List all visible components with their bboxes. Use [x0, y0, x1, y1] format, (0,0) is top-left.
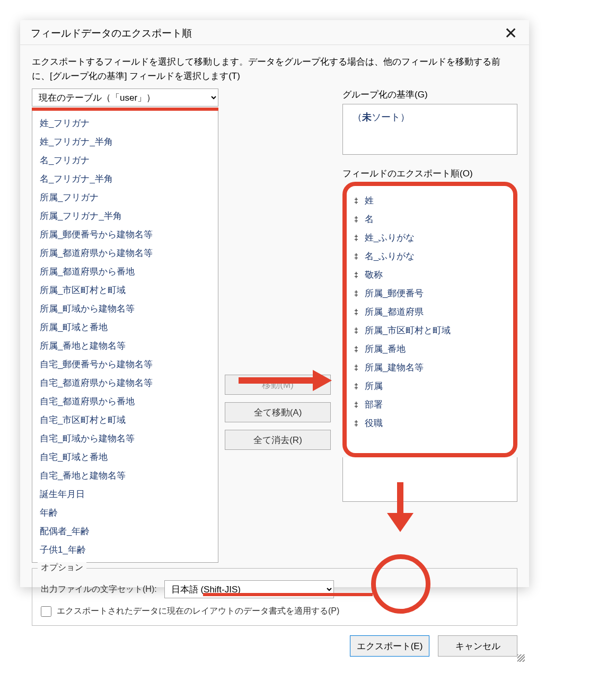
drag-handle-icon[interactable]: ‡ — [354, 289, 358, 298]
apply-format-checkbox[interactable] — [41, 606, 51, 617]
available-field-item[interactable]: 所属_都道府県から建物名等 — [33, 244, 217, 262]
export-order-tail — [342, 457, 517, 502]
charset-label: 出力ファイルの文字セット(H): — [41, 584, 157, 595]
right-column: グループ化の基準(G) （未ソート） フィールドのエクスポート順(O) ‡姓‡名… — [337, 88, 517, 563]
available-field-item[interactable]: 配偶者_年齢 — [33, 522, 217, 541]
export-order-item[interactable]: ‡所属_建物名等 — [351, 358, 509, 377]
export-order-item[interactable]: ‡名 — [351, 210, 509, 228]
drag-handle-icon[interactable]: ‡ — [354, 252, 358, 261]
export-order-item[interactable]: ‡姓_ふりがな — [351, 228, 509, 247]
export-order-item-label: 所属_郵便番号 — [365, 287, 424, 299]
export-order-item-label: 所属 — [365, 380, 383, 392]
available-field-item[interactable]: 自宅_町域と番地 — [33, 448, 217, 466]
export-order-item[interactable]: ‡役職 — [351, 414, 509, 432]
available-field-item[interactable]: 姓_フリガナ_半角 — [33, 132, 217, 151]
export-order-item-label: 姓 — [365, 194, 374, 207]
available-field-item[interactable]: 所属_町域と番地 — [33, 318, 217, 336]
available-field-item[interactable]: 所属_市区町村と町域 — [33, 281, 217, 299]
titlebar: フィールドデータのエクスポート順 ✕ — [20, 20, 529, 45]
available-field-item[interactable]: 名_フリガナ_半角 — [33, 170, 217, 188]
export-order-list: ‡姓‡名‡姓_ふりがな‡名_ふりがな‡敬称‡所属_郵便番号‡所属_都道府県‡所属… — [351, 191, 509, 432]
export-order-item-label: 敬称 — [365, 269, 383, 281]
options-legend: オプション — [38, 562, 86, 573]
export-order-item[interactable]: ‡所属_郵便番号 — [351, 284, 509, 303]
export-order-item-label: 所属_都道府県 — [365, 306, 424, 318]
export-order-item-label: 所属_建物名等 — [365, 361, 424, 374]
apply-format-label: エクスポートされたデータに現在のレイアウトのデータ書式を適用する(P) — [57, 606, 339, 617]
available-field-item[interactable]: 所属_フリガナ_半角 — [33, 207, 217, 225]
export-order-item-label: 名 — [365, 213, 374, 225]
close-button[interactable]: ✕ — [500, 25, 522, 41]
unsort-bold: 未 — [362, 112, 372, 122]
resize-grip[interactable] — [517, 654, 525, 662]
export-order-item-label: 所属_市区町村と町域 — [365, 324, 451, 336]
available-field-item[interactable]: 年齢 — [33, 503, 217, 522]
dialog-body: 現在のテーブル（「user」） 姓_フリガナ姓_フリガナ_半角名_フリガナ名_フ… — [20, 88, 529, 563]
export-order-item-label: 名_ふりがな — [365, 250, 415, 262]
export-order-item-label: 所属_番地 — [365, 343, 406, 355]
left-column: 現在のテーブル（「user」） 姓_フリガナ姓_フリガナ_半角名_フリガナ名_フ… — [32, 88, 218, 563]
available-field-item[interactable]: 所属_番地と建物名等 — [33, 336, 217, 355]
drag-handle-icon[interactable]: ‡ — [354, 234, 358, 242]
available-field-item[interactable]: 姓_フリガナ — [33, 114, 217, 132]
clear-all-button[interactable]: 全て消去(R) — [225, 430, 331, 450]
available-field-item[interactable]: 所属_郵便番号から建物名等 — [33, 225, 217, 244]
drag-handle-icon[interactable]: ‡ — [354, 215, 358, 224]
export-order-item-label: 姓_ふりがな — [365, 232, 415, 244]
annotation-underline-charset — [203, 593, 373, 596]
export-order-item-label: 役職 — [365, 417, 383, 429]
export-order-item-label: 部署 — [365, 398, 383, 411]
drag-handle-icon[interactable]: ‡ — [354, 364, 358, 372]
export-order-item[interactable]: ‡敬称 — [351, 265, 509, 284]
export-order-box[interactable]: ‡姓‡名‡姓_ふりがな‡名_ふりがな‡敬称‡所属_郵便番号‡所属_都道府県‡所属… — [342, 182, 517, 457]
move-button[interactable]: 移動(M) — [225, 375, 331, 395]
cancel-button[interactable]: キャンセル — [438, 635, 517, 657]
group-by-value: （未ソート） — [353, 112, 410, 122]
available-field-item[interactable]: 自宅_番地と建物名等 — [33, 466, 217, 485]
dialog-footer: エクスポート(E) キャンセル — [20, 626, 529, 666]
export-order-item[interactable]: ‡所属_市区町村と町域 — [351, 321, 509, 340]
export-order-item[interactable]: ‡姓 — [351, 191, 509, 210]
available-field-item[interactable]: 所属_町域から建物名等 — [33, 299, 217, 318]
drag-handle-icon[interactable]: ‡ — [354, 326, 358, 335]
dialog-description: エクスポートするフィールドを選択して移動します。データをグループ化する場合は、他… — [20, 45, 529, 88]
export-order-label: フィールドのエクスポート順(O) — [342, 167, 517, 180]
dialog-title: フィールドデータのエクスポート順 — [31, 26, 192, 40]
paren-open: （ — [353, 112, 362, 122]
export-order-item[interactable]: ‡部署 — [351, 395, 509, 414]
available-field-item[interactable]: 自宅_都道府県から建物名等 — [33, 374, 217, 392]
drag-handle-icon[interactable]: ‡ — [354, 197, 358, 205]
drag-handle-icon[interactable]: ‡ — [354, 419, 358, 428]
available-field-item[interactable]: 名_フリガナ — [33, 151, 217, 170]
drag-handle-icon[interactable]: ‡ — [354, 271, 358, 279]
available-field-item[interactable]: 誕生年月日 — [33, 485, 217, 503]
export-order-dialog: フィールドデータのエクスポート順 ✕ エクスポートするフィールドを選択して移動し… — [20, 20, 529, 587]
available-field-item[interactable]: 自宅_町域から建物名等 — [33, 429, 217, 448]
drag-handle-icon[interactable]: ‡ — [354, 308, 358, 316]
drag-handle-icon[interactable]: ‡ — [354, 345, 358, 353]
export-order-item[interactable]: ‡所属_都道府県 — [351, 303, 509, 321]
available-field-item[interactable]: 子供1_年齢 — [33, 541, 217, 559]
available-field-item[interactable]: 自宅_都道府県から番地 — [33, 392, 217, 411]
group-by-label: グループ化の基準(G) — [342, 88, 517, 101]
available-field-item[interactable]: 所属_都道府県から番地 — [33, 262, 217, 281]
available-field-item[interactable]: 自宅_市区町村と町域 — [33, 411, 217, 429]
export-order-item[interactable]: ‡名_ふりがな — [351, 247, 509, 265]
available-fields-list[interactable]: 姓_フリガナ姓_フリガナ_半角名_フリガナ名_フリガナ_半角所属_フリガナ所属_… — [32, 111, 218, 563]
table-selector[interactable]: 現在のテーブル（「user」） — [32, 88, 218, 107]
middle-buttons-column: 移動(M) 全て移動(A) 全て消去(R) — [225, 88, 331, 563]
export-order-item[interactable]: ‡所属 — [351, 377, 509, 395]
drag-handle-icon[interactable]: ‡ — [354, 382, 358, 391]
drag-handle-icon[interactable]: ‡ — [354, 401, 358, 409]
export-order-item[interactable]: ‡所属_番地 — [351, 340, 509, 358]
move-all-button[interactable]: 全て移動(A) — [225, 402, 331, 422]
available-field-item[interactable]: 所属_フリガナ — [33, 188, 217, 207]
options-groupbox: オプション 出力ファイルの文字セット(H): 日本語 (Shift-JIS) エ… — [32, 568, 517, 626]
unsort-rest: ソート） — [372, 112, 410, 122]
group-by-box[interactable]: （未ソート） — [342, 104, 517, 155]
apply-format-row: エクスポートされたデータに現在のレイアウトのデータ書式を適用する(P) — [41, 606, 508, 617]
available-field-item[interactable]: 自宅_郵便番号から建物名等 — [33, 355, 217, 374]
export-button[interactable]: エクスポート(E) — [350, 635, 429, 657]
